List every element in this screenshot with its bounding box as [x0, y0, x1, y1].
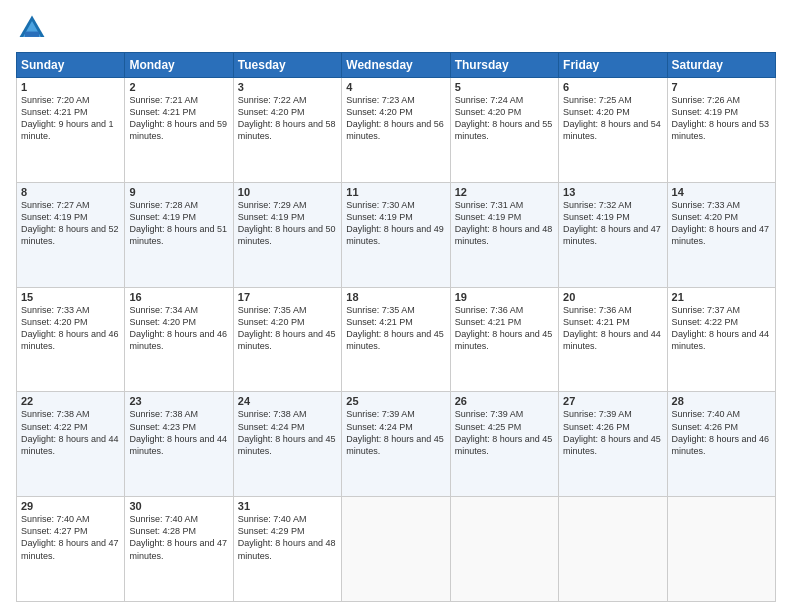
- logo-icon: [16, 12, 48, 44]
- week-row-1: 1 Sunrise: 7:20 AMSunset: 4:21 PMDayligh…: [17, 78, 776, 183]
- day-number: 20: [563, 291, 662, 303]
- day-cell: 21 Sunrise: 7:37 AMSunset: 4:22 PMDaylig…: [667, 287, 775, 392]
- week-row-4: 22 Sunrise: 7:38 AMSunset: 4:22 PMDaylig…: [17, 392, 776, 497]
- day-info: Sunrise: 7:21 AMSunset: 4:21 PMDaylight:…: [129, 95, 227, 141]
- day-number: 31: [238, 500, 337, 512]
- day-number: 19: [455, 291, 554, 303]
- day-number: 14: [672, 186, 771, 198]
- day-cell: 24 Sunrise: 7:38 AMSunset: 4:24 PMDaylig…: [233, 392, 341, 497]
- day-number: 1: [21, 81, 120, 93]
- day-info: Sunrise: 7:23 AMSunset: 4:20 PMDaylight:…: [346, 95, 444, 141]
- day-cell: 17 Sunrise: 7:35 AMSunset: 4:20 PMDaylig…: [233, 287, 341, 392]
- header: [16, 12, 776, 44]
- day-cell: 10 Sunrise: 7:29 AMSunset: 4:19 PMDaylig…: [233, 182, 341, 287]
- day-cell: [559, 497, 667, 602]
- day-info: Sunrise: 7:38 AMSunset: 4:22 PMDaylight:…: [21, 409, 119, 455]
- day-info: Sunrise: 7:35 AMSunset: 4:20 PMDaylight:…: [238, 305, 336, 351]
- day-cell: 15 Sunrise: 7:33 AMSunset: 4:20 PMDaylig…: [17, 287, 125, 392]
- day-cell: 25 Sunrise: 7:39 AMSunset: 4:24 PMDaylig…: [342, 392, 450, 497]
- day-number: 16: [129, 291, 228, 303]
- day-number: 26: [455, 395, 554, 407]
- day-number: 21: [672, 291, 771, 303]
- day-info: Sunrise: 7:34 AMSunset: 4:20 PMDaylight:…: [129, 305, 227, 351]
- day-info: Sunrise: 7:33 AMSunset: 4:20 PMDaylight:…: [21, 305, 119, 351]
- day-cell: [667, 497, 775, 602]
- day-cell: [450, 497, 558, 602]
- header-friday: Friday: [559, 53, 667, 78]
- calendar-table: SundayMondayTuesdayWednesdayThursdayFrid…: [16, 52, 776, 602]
- header-saturday: Saturday: [667, 53, 775, 78]
- day-info: Sunrise: 7:36 AMSunset: 4:21 PMDaylight:…: [455, 305, 553, 351]
- day-cell: 9 Sunrise: 7:28 AMSunset: 4:19 PMDayligh…: [125, 182, 233, 287]
- day-info: Sunrise: 7:37 AMSunset: 4:22 PMDaylight:…: [672, 305, 770, 351]
- day-cell: 20 Sunrise: 7:36 AMSunset: 4:21 PMDaylig…: [559, 287, 667, 392]
- day-number: 7: [672, 81, 771, 93]
- week-row-2: 8 Sunrise: 7:27 AMSunset: 4:19 PMDayligh…: [17, 182, 776, 287]
- day-cell: 3 Sunrise: 7:22 AMSunset: 4:20 PMDayligh…: [233, 78, 341, 183]
- day-number: 12: [455, 186, 554, 198]
- day-number: 25: [346, 395, 445, 407]
- day-cell: 1 Sunrise: 7:20 AMSunset: 4:21 PMDayligh…: [17, 78, 125, 183]
- day-info: Sunrise: 7:25 AMSunset: 4:20 PMDaylight:…: [563, 95, 661, 141]
- day-number: 17: [238, 291, 337, 303]
- svg-rect-2: [25, 32, 39, 37]
- day-info: Sunrise: 7:22 AMSunset: 4:20 PMDaylight:…: [238, 95, 336, 141]
- day-info: Sunrise: 7:24 AMSunset: 4:20 PMDaylight:…: [455, 95, 553, 141]
- day-cell: 23 Sunrise: 7:38 AMSunset: 4:23 PMDaylig…: [125, 392, 233, 497]
- day-number: 4: [346, 81, 445, 93]
- day-cell: 11 Sunrise: 7:30 AMSunset: 4:19 PMDaylig…: [342, 182, 450, 287]
- day-info: Sunrise: 7:38 AMSunset: 4:24 PMDaylight:…: [238, 409, 336, 455]
- day-cell: 18 Sunrise: 7:35 AMSunset: 4:21 PMDaylig…: [342, 287, 450, 392]
- day-info: Sunrise: 7:39 AMSunset: 4:24 PMDaylight:…: [346, 409, 444, 455]
- day-info: Sunrise: 7:31 AMSunset: 4:19 PMDaylight:…: [455, 200, 553, 246]
- day-cell: 8 Sunrise: 7:27 AMSunset: 4:19 PMDayligh…: [17, 182, 125, 287]
- day-info: Sunrise: 7:40 AMSunset: 4:27 PMDaylight:…: [21, 514, 119, 560]
- week-row-5: 29 Sunrise: 7:40 AMSunset: 4:27 PMDaylig…: [17, 497, 776, 602]
- day-cell: 12 Sunrise: 7:31 AMSunset: 4:19 PMDaylig…: [450, 182, 558, 287]
- day-number: 18: [346, 291, 445, 303]
- day-number: 22: [21, 395, 120, 407]
- header-tuesday: Tuesday: [233, 53, 341, 78]
- day-cell: 29 Sunrise: 7:40 AMSunset: 4:27 PMDaylig…: [17, 497, 125, 602]
- day-number: 11: [346, 186, 445, 198]
- day-info: Sunrise: 7:38 AMSunset: 4:23 PMDaylight:…: [129, 409, 227, 455]
- day-number: 5: [455, 81, 554, 93]
- day-cell: 4 Sunrise: 7:23 AMSunset: 4:20 PMDayligh…: [342, 78, 450, 183]
- day-number: 28: [672, 395, 771, 407]
- day-info: Sunrise: 7:35 AMSunset: 4:21 PMDaylight:…: [346, 305, 444, 351]
- day-info: Sunrise: 7:39 AMSunset: 4:26 PMDaylight:…: [563, 409, 661, 455]
- day-number: 10: [238, 186, 337, 198]
- day-info: Sunrise: 7:40 AMSunset: 4:28 PMDaylight:…: [129, 514, 227, 560]
- day-cell: 31 Sunrise: 7:40 AMSunset: 4:29 PMDaylig…: [233, 497, 341, 602]
- day-cell: 13 Sunrise: 7:32 AMSunset: 4:19 PMDaylig…: [559, 182, 667, 287]
- day-cell: 14 Sunrise: 7:33 AMSunset: 4:20 PMDaylig…: [667, 182, 775, 287]
- day-cell: 6 Sunrise: 7:25 AMSunset: 4:20 PMDayligh…: [559, 78, 667, 183]
- day-number: 23: [129, 395, 228, 407]
- day-cell: 19 Sunrise: 7:36 AMSunset: 4:21 PMDaylig…: [450, 287, 558, 392]
- header-thursday: Thursday: [450, 53, 558, 78]
- day-cell: 28 Sunrise: 7:40 AMSunset: 4:26 PMDaylig…: [667, 392, 775, 497]
- header-sunday: Sunday: [17, 53, 125, 78]
- day-info: Sunrise: 7:40 AMSunset: 4:26 PMDaylight:…: [672, 409, 770, 455]
- day-cell: 2 Sunrise: 7:21 AMSunset: 4:21 PMDayligh…: [125, 78, 233, 183]
- day-number: 29: [21, 500, 120, 512]
- day-number: 30: [129, 500, 228, 512]
- day-info: Sunrise: 7:28 AMSunset: 4:19 PMDaylight:…: [129, 200, 227, 246]
- day-cell: 7 Sunrise: 7:26 AMSunset: 4:19 PMDayligh…: [667, 78, 775, 183]
- day-cell: 22 Sunrise: 7:38 AMSunset: 4:22 PMDaylig…: [17, 392, 125, 497]
- calendar-header-row: SundayMondayTuesdayWednesdayThursdayFrid…: [17, 53, 776, 78]
- day-info: Sunrise: 7:20 AMSunset: 4:21 PMDaylight:…: [21, 95, 114, 141]
- day-cell: 5 Sunrise: 7:24 AMSunset: 4:20 PMDayligh…: [450, 78, 558, 183]
- day-info: Sunrise: 7:30 AMSunset: 4:19 PMDaylight:…: [346, 200, 444, 246]
- day-info: Sunrise: 7:32 AMSunset: 4:19 PMDaylight:…: [563, 200, 661, 246]
- day-cell: [342, 497, 450, 602]
- logo: [16, 12, 52, 44]
- day-number: 27: [563, 395, 662, 407]
- header-wednesday: Wednesday: [342, 53, 450, 78]
- day-info: Sunrise: 7:36 AMSunset: 4:21 PMDaylight:…: [563, 305, 661, 351]
- day-cell: 16 Sunrise: 7:34 AMSunset: 4:20 PMDaylig…: [125, 287, 233, 392]
- header-monday: Monday: [125, 53, 233, 78]
- day-info: Sunrise: 7:39 AMSunset: 4:25 PMDaylight:…: [455, 409, 553, 455]
- day-info: Sunrise: 7:33 AMSunset: 4:20 PMDaylight:…: [672, 200, 770, 246]
- day-number: 6: [563, 81, 662, 93]
